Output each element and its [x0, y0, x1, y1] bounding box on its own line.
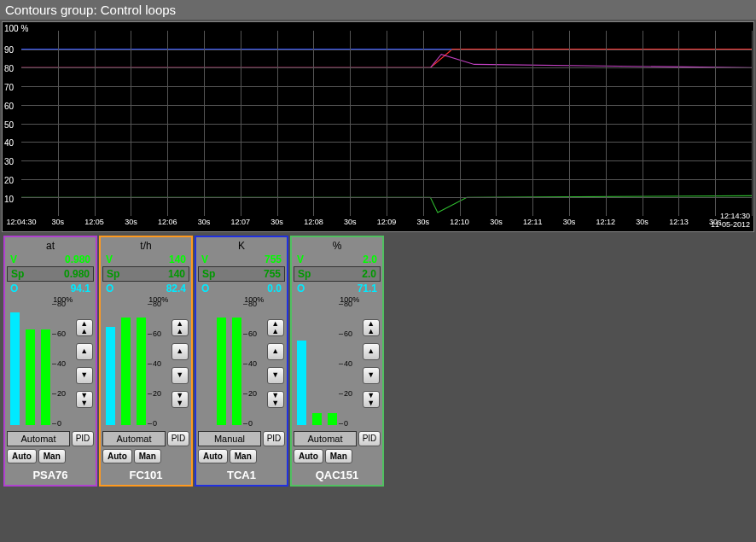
ytick: 80 — [4, 63, 14, 73]
panel-unit: at — [7, 239, 94, 253]
xtick: 12:11 — [523, 218, 543, 226]
xtick: 30s — [490, 218, 503, 226]
ytick: 10 — [4, 195, 14, 204]
xtick: 30s — [563, 218, 576, 226]
setpoint-row[interactable]: Sp755 — [198, 266, 285, 282]
panel-unit: t/h — [102, 239, 189, 253]
auto-button[interactable]: Auto — [198, 449, 228, 463]
xtick: 30s — [270, 218, 283, 226]
xtick: 12:12 — [596, 218, 616, 226]
double-down-button[interactable]: ▼▼ — [363, 391, 380, 408]
double-up-button[interactable]: ▲▲ — [267, 319, 284, 336]
man-button[interactable]: Man — [230, 449, 257, 463]
chart-timestamp: 12:14:3011-05-2012 — [711, 213, 750, 230]
control-panel-TCA1: KV755Sp755O0.0100%806040200▲▲▲▼▼▼ManualP… — [195, 236, 288, 487]
xtick: 12:09 — [377, 218, 397, 226]
ytick: 60 — [4, 101, 14, 110]
up-button[interactable]: ▲ — [76, 343, 93, 360]
down-button[interactable]: ▼ — [172, 367, 189, 384]
xtick: 30s — [344, 218, 357, 226]
bar-scale: 100%806040200 — [339, 297, 361, 429]
bar-display — [294, 297, 339, 429]
ytick: 30 — [4, 157, 14, 166]
auto-button[interactable]: Auto — [7, 449, 37, 463]
down-button[interactable]: ▼ — [76, 367, 93, 384]
output-row: O82.4 — [102, 282, 189, 295]
output-row: O71.1 — [294, 282, 381, 295]
panel-name: TCA1 — [198, 463, 285, 483]
auto-button[interactable]: Auto — [102, 449, 132, 463]
value-row: V755 — [198, 253, 285, 266]
setpoint-row[interactable]: Sp140 — [102, 266, 189, 282]
value-row: V0.980 — [7, 253, 94, 266]
double-down-button[interactable]: ▼▼ — [76, 391, 93, 408]
value-row: V140 — [102, 253, 189, 266]
xtick: 12:13 — [669, 218, 689, 226]
mode-display: Automat — [7, 431, 70, 446]
man-button[interactable]: Man — [134, 449, 161, 463]
up-button[interactable]: ▲ — [172, 343, 189, 360]
output-row: O0.0 — [198, 282, 285, 295]
auto-button[interactable]: Auto — [294, 449, 323, 463]
panel-unit: % — [294, 239, 381, 253]
xtick: 30s — [52, 218, 65, 226]
panel-name: QAC151 — [294, 463, 381, 483]
ytick: 20 — [4, 176, 14, 185]
xtick: 12:07 — [231, 218, 251, 226]
up-button[interactable]: ▲ — [363, 343, 380, 360]
ytick: 90 — [4, 44, 14, 54]
control-panel-QAC151: %V2.0Sp2.0O71.1100%806040200▲▲▲▼▼▼Automa… — [290, 236, 384, 487]
pid-button[interactable]: PID — [263, 431, 285, 446]
bar-scale: 100%806040200 — [148, 297, 170, 429]
value-row: V2.0 — [294, 253, 381, 266]
output-row: O94.1 — [7, 282, 94, 295]
setpoint-row[interactable]: Sp2.0 — [294, 266, 381, 282]
trend-chart[interactable]: 100 % 908070605040302010 12:04:3030s12:0… — [2, 21, 754, 232]
bar-scale: 100%806040200 — [243, 297, 265, 429]
xtick: 30s — [198, 218, 211, 226]
bar-scale: 100%806040200 — [52, 297, 74, 429]
bar-display — [198, 297, 243, 429]
double-up-button[interactable]: ▲▲ — [76, 319, 93, 336]
pid-button[interactable]: PID — [167, 431, 189, 446]
xtick: 12:05 — [84, 218, 104, 226]
ytick: 50 — [4, 119, 14, 129]
control-panel-FC101: t/hV140Sp140O82.4100%806040200▲▲▲▼▼▼Auto… — [99, 236, 193, 487]
pid-button[interactable]: PID — [72, 431, 94, 446]
double-down-button[interactable]: ▼▼ — [267, 391, 284, 408]
ytick: 70 — [4, 82, 14, 91]
mode-display: Automat — [102, 431, 166, 446]
setpoint-row[interactable]: Sp0.980 — [7, 266, 94, 282]
double-up-button[interactable]: ▲▲ — [172, 319, 189, 336]
control-panel-PSA76: atV0.980Sp0.980O94.1100%806040200▲▲▲▼▼▼A… — [3, 236, 97, 487]
double-up-button[interactable]: ▲▲ — [363, 319, 380, 336]
window-title: Contours group: Control loops — [0, 0, 756, 20]
double-down-button[interactable]: ▼▼ — [172, 391, 189, 408]
man-button[interactable]: Man — [38, 449, 66, 463]
xtick: 12:10 — [450, 218, 469, 226]
xtick: 12:06 — [158, 218, 177, 226]
mode-display: Manual — [198, 431, 261, 446]
panel-unit: K — [198, 239, 285, 253]
panel-name: PSA76 — [7, 463, 94, 483]
bar-display — [102, 297, 148, 429]
xtick: 12:04:30 — [6, 218, 36, 226]
man-button[interactable]: Man — [325, 449, 352, 463]
pid-button[interactable]: PID — [358, 431, 381, 446]
xtick: 30s — [417, 218, 430, 226]
bar-display — [7, 297, 52, 429]
down-button[interactable]: ▼ — [363, 367, 380, 384]
down-button[interactable]: ▼ — [267, 367, 284, 384]
panel-name: FC101 — [102, 463, 189, 483]
mode-display: Automat — [294, 431, 357, 446]
up-button[interactable]: ▲ — [267, 343, 284, 360]
xtick: 30s — [125, 218, 137, 226]
ytick: 40 — [4, 138, 14, 148]
xtick: 30s — [636, 218, 648, 226]
xtick: 12:08 — [304, 218, 323, 226]
